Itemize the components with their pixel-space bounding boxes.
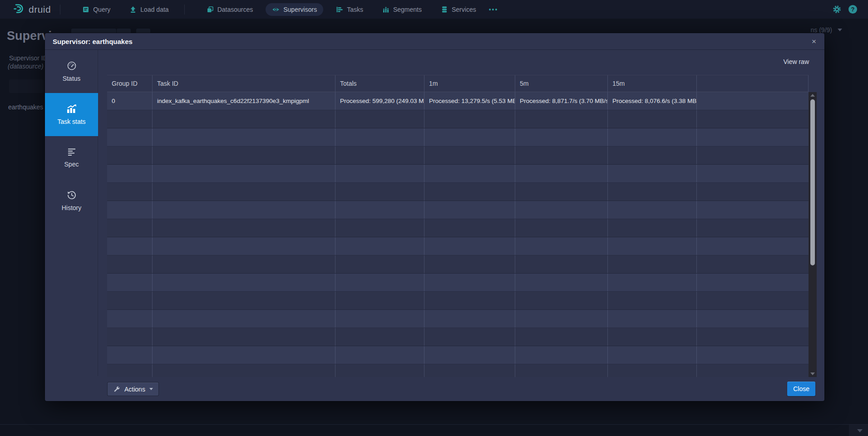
cell-empty (515, 310, 608, 328)
cell-empty (335, 328, 424, 346)
tab-label: History (62, 204, 82, 211)
gear-icon[interactable] (833, 5, 841, 14)
tasks-icon (336, 6, 343, 13)
table-row-empty (107, 128, 809, 147)
column-header-spacer (697, 75, 809, 92)
table-row-empty (107, 110, 809, 128)
table-row-empty (107, 364, 809, 377)
table-header-row: Group ID Task ID Totals 1m 5m 15m (107, 75, 809, 92)
cell-empty (515, 292, 608, 309)
cell-empty (153, 328, 335, 346)
cell-empty (153, 346, 335, 364)
cell-rate-1m: Processed: 13,279.5/s (5.53 MB/s) (424, 92, 515, 110)
cell-empty (107, 165, 153, 182)
table-row-empty (107, 165, 809, 183)
chevron-down-icon (857, 429, 863, 432)
cell-empty (515, 328, 608, 346)
table-row-empty (107, 237, 809, 255)
nav-item-segments[interactable]: Segments (376, 3, 428, 16)
nav-item-services[interactable]: Services (434, 3, 483, 16)
nav-item-label: Segments (393, 6, 422, 13)
cell-empty (107, 328, 153, 346)
vertical-scrollbar[interactable] (809, 92, 817, 377)
cell-empty (424, 237, 515, 255)
tab-history[interactable]: History (45, 179, 98, 222)
nav-item-load-data[interactable]: Load data (123, 3, 175, 16)
table-row-empty (107, 274, 809, 292)
table-row-empty (107, 310, 809, 328)
nav-item-datasources[interactable]: Datasources (200, 3, 260, 16)
datasources-icon (207, 6, 214, 13)
cell-empty (697, 128, 809, 146)
cell-empty (335, 292, 424, 309)
cell-empty (515, 183, 608, 201)
scroll-down-arrow-icon[interactable] (810, 372, 815, 375)
column-header-supervisor-id: Supervisor ID (9, 54, 48, 62)
nav-more-button[interactable]: ••• (489, 6, 498, 13)
cell-empty (153, 128, 335, 146)
tab-status[interactable]: Status (45, 50, 98, 93)
cell-task-id: index_kafka_earthquakes_c6d22f2137390e3_… (153, 92, 335, 110)
columns-count-dropdown[interactable]: ns (9/9) (811, 26, 842, 34)
help-icon[interactable]: ? (848, 5, 857, 14)
cell-empty (335, 165, 424, 182)
chevron-down-icon (149, 388, 153, 390)
dialog-title: Supervisor: earthquakes (53, 38, 133, 45)
table-row-empty (107, 201, 809, 219)
cell-empty (515, 274, 608, 291)
cell-empty (335, 128, 424, 146)
column-filter-input[interactable] (9, 79, 44, 93)
cell-empty (153, 201, 335, 219)
cell-empty (153, 165, 335, 182)
cell-empty (608, 292, 697, 309)
dialog-header: Supervisor: earthquakes × (45, 33, 824, 50)
table-row[interactable]: 0 index_kafka_earthquakes_c6d22f2137390e… (107, 92, 809, 110)
druid-logo[interactable]: druid (13, 3, 51, 16)
dialog-footer: Actions Close (45, 376, 824, 401)
scroll-up-arrow-icon[interactable] (810, 94, 815, 97)
cell-empty (424, 110, 515, 128)
scrollbar-thumb[interactable] (810, 99, 815, 265)
cell-empty (107, 201, 153, 219)
cell-empty (697, 165, 809, 182)
tab-label: Task stats (57, 118, 85, 125)
actions-button[interactable]: Actions (107, 382, 159, 396)
segments-icon (382, 6, 390, 13)
cell-empty (697, 183, 809, 201)
cell-empty (608, 219, 697, 237)
cell-empty (153, 147, 335, 164)
cell-empty (697, 147, 809, 164)
cell-empty (697, 328, 809, 346)
cell-empty (608, 237, 697, 255)
tab-spec[interactable]: Spec (45, 136, 98, 179)
supervisor-row-earthquakes[interactable]: earthquakes (8, 103, 43, 111)
tab-task-stats[interactable]: Task stats (45, 93, 98, 136)
nav-item-label: Services (452, 6, 476, 13)
column-header-1m: 1m (424, 75, 515, 92)
cell-empty (153, 255, 335, 273)
cell-empty (107, 310, 153, 328)
close-icon[interactable]: × (808, 36, 820, 48)
cell-empty (424, 328, 515, 346)
status-icon (67, 61, 77, 71)
nav-item-query[interactable]: Query (76, 3, 117, 16)
cell-empty (424, 292, 515, 309)
view-raw-link[interactable]: View raw (783, 58, 809, 65)
close-button[interactable]: Close (787, 382, 815, 396)
cell-empty (697, 237, 809, 255)
cell-empty (107, 128, 153, 146)
cell-empty (335, 147, 424, 164)
table-row-empty (107, 147, 809, 165)
cell-empty (608, 183, 697, 201)
cell-empty (697, 292, 809, 309)
cell-empty (608, 147, 697, 164)
load-data-icon (129, 6, 137, 13)
table-row-empty (107, 255, 809, 274)
nav-item-supervisors[interactable]: Supervisors (266, 3, 323, 16)
cell-empty (107, 219, 153, 237)
nav-item-tasks[interactable]: Tasks (330, 3, 370, 16)
cell-totals: Processed: 599,280 (249.03 MB) (335, 92, 424, 110)
cell-empty (697, 310, 809, 328)
cell-empty (608, 328, 697, 346)
supervisor-dialog: Supervisor: earthquakes × Status (45, 33, 824, 401)
